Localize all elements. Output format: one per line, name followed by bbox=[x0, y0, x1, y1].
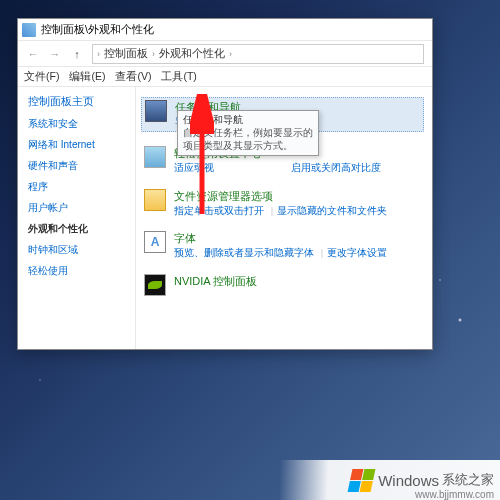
breadcrumb[interactable]: › 控制面板 › 外观和个性化 › bbox=[92, 44, 424, 64]
category-explorer: 文件资源管理器选项 指定单击或双击打开 | 显示隐藏的文件和文件夹 bbox=[144, 189, 424, 218]
windows-logo-icon bbox=[348, 469, 376, 492]
cat-sub-explorer: 指定单击或双击打开 | 显示隐藏的文件和文件夹 bbox=[174, 205, 424, 218]
nvidia-icon bbox=[144, 274, 166, 296]
folder-icon bbox=[144, 189, 166, 211]
category-nvidia: NVIDIA 控制面板 bbox=[144, 274, 424, 296]
menu-edit[interactable]: 编辑(E) bbox=[69, 70, 105, 84]
sidebar-item-appearance[interactable]: 外观和个性化 bbox=[28, 222, 131, 236]
cat-title-explorer[interactable]: 文件资源管理器选项 bbox=[174, 189, 424, 204]
link-font-settings[interactable]: 更改字体设置 bbox=[327, 247, 387, 258]
link-font-preview[interactable]: 预览、删除或者显示和隐藏字体 bbox=[174, 247, 314, 258]
category-fonts: A 字体 预览、删除或者显示和隐藏字体 | 更改字体设置 bbox=[144, 231, 424, 260]
menu-tools[interactable]: 工具(T) bbox=[161, 70, 196, 84]
cat-title-fonts[interactable]: 字体 bbox=[174, 231, 424, 246]
taskbar-icon bbox=[145, 100, 167, 122]
menubar: 文件(F) 编辑(E) 查看(V) 工具(T) bbox=[18, 67, 432, 87]
watermark-tag: 系统之家 bbox=[442, 471, 494, 489]
sidebar-item-hardware[interactable]: 硬件和声音 bbox=[28, 159, 131, 173]
font-icon: A bbox=[144, 231, 166, 253]
link-click-open[interactable]: 指定单击或双击打开 bbox=[174, 205, 264, 216]
sidebar-item-ease[interactable]: 轻松使用 bbox=[28, 264, 131, 278]
chevron-right-icon: › bbox=[97, 49, 100, 59]
sidebar: 控制面板主页 系统和安全 网络和 Internet 硬件和声音 程序 用户帐户 … bbox=[18, 87, 136, 349]
sidebar-item-system[interactable]: 系统和安全 bbox=[28, 117, 131, 131]
chevron-right-icon: › bbox=[229, 49, 232, 59]
sidebar-home[interactable]: 控制面板主页 bbox=[28, 95, 131, 109]
crumb-control-panel[interactable]: 控制面板 bbox=[104, 47, 148, 61]
watermark-url: www.bjjmmw.com bbox=[415, 489, 494, 500]
sidebar-item-clock[interactable]: 时钟和区域 bbox=[28, 243, 131, 257]
control-panel-icon bbox=[22, 23, 36, 37]
link-hidden-files[interactable]: 显示隐藏的文件和文件夹 bbox=[277, 205, 387, 216]
cat-title-nvidia[interactable]: NVIDIA 控制面板 bbox=[174, 274, 424, 289]
watermark-brand: Windows bbox=[378, 472, 439, 489]
up-button[interactable]: ↑ bbox=[66, 44, 88, 64]
back-button[interactable]: ← bbox=[22, 44, 44, 64]
crumb-appearance[interactable]: 外观和个性化 bbox=[159, 47, 225, 61]
sidebar-item-network[interactable]: 网络和 Internet bbox=[28, 138, 131, 152]
window-title: 控制面板\外观和个性化 bbox=[41, 23, 154, 37]
menu-view[interactable]: 查看(V) bbox=[115, 70, 151, 84]
link-contrast[interactable]: 启用或关闭高对比度 bbox=[291, 162, 381, 173]
navbar: ← → ↑ › 控制面板 › 外观和个性化 › bbox=[18, 41, 432, 67]
tooltip-body: 自定义任务栏，例如要显示的项目类型及其显示方式。 bbox=[183, 127, 313, 153]
link-lowvision[interactable]: 适应弱视 bbox=[174, 162, 214, 173]
sidebar-item-users[interactable]: 用户帐户 bbox=[28, 201, 131, 215]
control-panel-window: 控制面板\外观和个性化 ← → ↑ › 控制面板 › 外观和个性化 › 文件(F… bbox=[17, 18, 433, 350]
chevron-right-icon: › bbox=[152, 49, 155, 59]
sidebar-item-programs[interactable]: 程序 bbox=[28, 180, 131, 194]
forward-button[interactable]: → bbox=[44, 44, 66, 64]
active-marker-icon bbox=[49, 224, 56, 230]
ease-icon bbox=[144, 146, 166, 168]
cat-sub-ease: 适应弱视 启用或关闭高对比度 bbox=[174, 162, 424, 175]
cat-sub-fonts: 预览、删除或者显示和隐藏字体 | 更改字体设置 bbox=[174, 247, 424, 260]
tooltip-title: 任务栏和导航 bbox=[183, 114, 313, 127]
titlebar: 控制面板\外观和个性化 bbox=[18, 19, 432, 41]
menu-file[interactable]: 文件(F) bbox=[24, 70, 59, 84]
tooltip: 任务栏和导航 自定义任务栏，例如要显示的项目类型及其显示方式。 bbox=[177, 110, 319, 156]
